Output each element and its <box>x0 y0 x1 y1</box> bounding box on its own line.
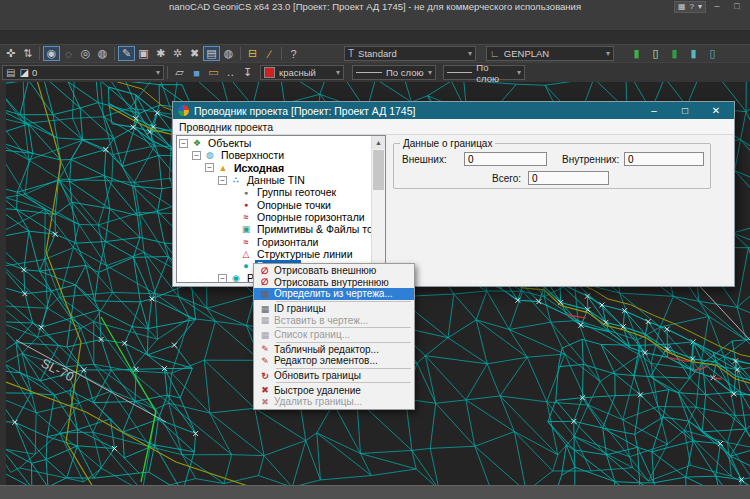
match-props-icon[interactable]: ‥ <box>222 65 239 80</box>
zoom-realtime-icon[interactable]: ⇅ <box>19 46 36 61</box>
geonics-doc-icon[interactable]: ▮ <box>666 46 683 61</box>
context-menu-item[interactable]: Табличный редактор... <box>254 344 414 356</box>
chevron-down-icon[interactable]: ▾ <box>332 68 340 77</box>
toolbar-row-2: ▤ ◪ 0 ▾ ▱■▭‥↧ красный ▾ По слою ▾ По сло… <box>0 62 750 82</box>
chevron-down-icon[interactable]: ▾ <box>152 68 160 77</box>
lineweight-combo[interactable]: По слою ▾ <box>443 65 525 80</box>
app-titlebar: nanoCAD GeoniCS x64 23.0 [Проект: Проект… <box>0 0 750 13</box>
section-icon[interactable]: ⊟ <box>244 46 261 61</box>
slope-icon[interactable]: ∕ <box>261 46 278 61</box>
context-menu-item[interactable]: Список границ... <box>254 329 414 341</box>
scroll-up-icon[interactable]: ▲ <box>372 136 385 149</box>
geonics-doc-group: ▮▯▮▮▯ <box>628 46 721 61</box>
chevron-down-icon[interactable]: ▾ <box>424 68 432 77</box>
zoom-dynamic-icon[interactable]: ◌ <box>60 46 77 61</box>
tree-item[interactable]: Данные TIN <box>177 174 372 186</box>
draw-outer-icon <box>256 266 274 276</box>
grid-icon[interactable]: ▦ <box>678 2 686 11</box>
tree-item[interactable]: Опорные горизонтали <box>177 211 372 223</box>
tree-scrollbar[interactable]: ▲ ▼ <box>371 136 385 282</box>
text-style-value: Standard <box>358 48 397 59</box>
context-menu-item-label: Отрисовать внутреннюю <box>274 277 389 288</box>
internal-field-row: Внутренних: <box>562 152 704 166</box>
maximize-button[interactable]: □ <box>728 1 746 12</box>
dialog-menubar: Проводник проекта <box>173 119 734 135</box>
zoom-scale-icon[interactable]: ◎ <box>77 46 94 61</box>
chevron-down-icon[interactable]: ▾ <box>698 2 702 11</box>
separator <box>276 368 411 369</box>
geonics-new-doc-icon[interactable]: ▯ <box>647 46 664 61</box>
context-menu-item[interactable]: Отрисовать внутреннюю <box>254 277 414 289</box>
dialog-titlebar[interactable]: Проводник проекта [Проект: Проект АД 174… <box>173 102 734 119</box>
help-icon[interactable]: ? <box>285 46 302 61</box>
dialog-menu-item[interactable]: Проводник проекта <box>179 121 273 133</box>
tree-item[interactable]: Группы геоточек <box>177 186 372 198</box>
project-explorer-icon <box>178 105 189 116</box>
options-icon[interactable]: ✲ <box>169 46 186 61</box>
context-menu-item[interactable]: Вставить в чертеж... <box>254 314 414 326</box>
context-menu-item[interactable]: ID границы <box>254 303 414 315</box>
chevron-down-icon[interactable]: ▾ <box>602 49 610 58</box>
sphere-icon[interactable]: ◍ <box>220 46 237 61</box>
tree-item[interactable]: Примитивы & Файлы точек <box>177 223 372 235</box>
external-input[interactable] <box>464 152 547 166</box>
geonics-import-icon[interactable]: ▮ <box>685 46 702 61</box>
layer-combo[interactable]: ▤ ◪ 0 ▾ <box>2 65 164 80</box>
tree-item[interactable]: Опорные точки <box>177 198 372 210</box>
tree-item-label: Горизонтали <box>255 236 320 248</box>
book-icon[interactable]: ▤ <box>203 46 220 61</box>
context-menu-item[interactable]: Редактор элементов... <box>254 355 414 367</box>
context-menu-item[interactable]: Определить из чертежа... <box>254 288 414 300</box>
text-style-combo[interactable]: T Standard ▾ <box>344 46 476 61</box>
tree-item[interactable]: Исходная <box>177 162 372 174</box>
dialog-maximize-button[interactable]: □ <box>672 105 698 116</box>
tree-item[interactable]: Объекты <box>177 137 372 149</box>
scrollbar-thumb[interactable] <box>373 150 384 190</box>
app-title: nanoCAD GeoniCS x64 23.0 [Проект: Проект… <box>169 1 581 12</box>
tree-expander-icon[interactable] <box>218 176 227 185</box>
tree-expander-icon[interactable] <box>218 274 227 283</box>
fill-color-icon[interactable]: ■ <box>188 65 205 80</box>
tree-expander-icon[interactable] <box>205 163 214 172</box>
edit-mode-icon[interactable]: ✎ <box>118 46 135 61</box>
separator <box>281 47 282 60</box>
tree-expander-icon[interactable] <box>179 139 188 148</box>
separator <box>39 47 40 60</box>
minimize-button[interactable]: – <box>708 1 726 12</box>
tree-item[interactable]: Горизонтали <box>177 235 372 247</box>
tree-item[interactable]: Поверхности <box>177 149 372 161</box>
folder-icon[interactable]: ▭ <box>205 65 222 80</box>
dialog-minimize-button[interactable]: – <box>641 105 667 116</box>
pin-icon[interactable]: ↧ <box>239 65 256 80</box>
context-menu-item[interactable]: Обновить границы <box>254 370 414 382</box>
tools-icon[interactable]: ✖ <box>186 46 203 61</box>
dialog-close-button[interactable]: ✕ <box>703 105 729 116</box>
gear-icon[interactable]: ✱ <box>152 46 169 61</box>
context-menu-item[interactable]: Удалить границы... <box>254 396 414 408</box>
geonics-export-icon[interactable]: ▯ <box>704 46 721 61</box>
chevron-down-icon[interactable]: ▾ <box>464 49 472 58</box>
dim-style-combo[interactable]: ∟ GENPLAN ▾ <box>486 46 614 61</box>
total-input[interactable] <box>528 171 609 185</box>
zoom-previous-icon[interactable]: ◍ <box>94 46 111 61</box>
context-menu-item[interactable]: Отрисовать внешнюю <box>254 265 414 277</box>
zoom-window-icon[interactable]: ◉ <box>43 46 60 61</box>
internal-input[interactable] <box>624 152 704 166</box>
tree-expander-icon[interactable] <box>192 151 201 160</box>
context-menu-item[interactable]: Быстрое удаление <box>254 384 414 396</box>
linetype-combo[interactable]: По слою ▾ <box>352 65 436 80</box>
objects-icon <box>191 138 203 148</box>
quick-access-group[interactable]: ▦ ? ▾ <box>674 1 706 13</box>
eraser-icon[interactable]: ▱ <box>171 65 188 80</box>
tree-item-label: Опорные точки <box>255 199 333 211</box>
display-settings-icon[interactable]: ▣ <box>135 46 152 61</box>
pan-icon[interactable]: ✜ <box>2 46 19 61</box>
color-combo[interactable]: красный ▾ <box>260 65 344 80</box>
layer-state-icon: ◪ <box>19 67 28 78</box>
help-icon[interactable]: ? <box>690 2 694 11</box>
chevron-down-icon[interactable]: ▾ <box>513 68 521 77</box>
tree-item[interactable]: Структурные линии <box>177 248 372 260</box>
toolbar-row-1: ✜⇅◉◌◎◍✎▣✱✲✖▤◍⊟∕? T Standard ▾ ∟ GENPLAN … <box>0 44 750 62</box>
geonics-open-project-icon[interactable]: ▮ <box>628 46 645 61</box>
list-boundaries-icon <box>256 330 274 340</box>
